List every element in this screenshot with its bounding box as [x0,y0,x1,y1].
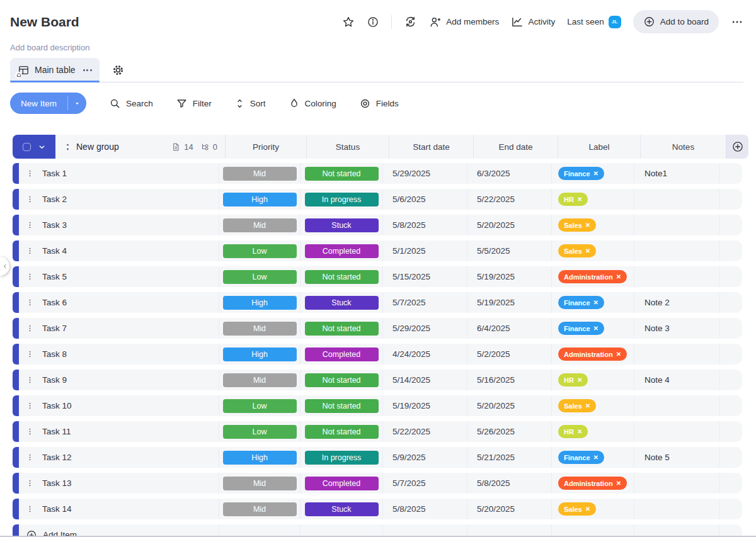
label-cell[interactable]: HR ✕ [551,421,634,442]
column-header-status[interactable]: Status [306,135,389,159]
end-date-cell[interactable]: 6/3/2025 [467,163,551,184]
drag-handle-icon[interactable] [26,220,34,230]
priority-pill[interactable]: Mid [223,373,297,387]
status-pill[interactable]: Not started [305,425,379,439]
start-date-cell[interactable]: 5/29/2025 [382,163,467,184]
label-pill[interactable]: Finance ✕ [558,322,604,335]
start-date-cell[interactable]: 5/7/2025 [382,473,467,494]
label-pill[interactable]: Administration ✕ [558,348,627,361]
priority-cell[interactable]: High [219,447,300,468]
notes-cell[interactable]: Note 3 [634,318,719,339]
add-item-row[interactable]: Add Item [13,524,748,537]
column-header-label[interactable]: Label [558,135,640,159]
avatar[interactable]: JL [609,16,621,28]
status-cell[interactable]: Not started [300,421,382,442]
new-item-split-button[interactable]: New Item [10,93,86,114]
label-pill[interactable]: HR ✕ [558,373,588,387]
search-button[interactable]: Search [109,98,153,110]
priority-pill[interactable]: Low [223,244,297,258]
remove-label-icon[interactable]: ✕ [616,480,621,487]
task-name-cell[interactable]: Task 9 [19,370,219,390]
drag-handle-icon[interactable] [26,168,34,179]
task-name[interactable]: Task 3 [42,220,67,230]
drag-handle-icon[interactable] [26,194,34,205]
start-date-cell[interactable]: 5/22/2025 [382,421,467,442]
task-name-cell[interactable]: Task 1 [19,163,219,184]
drag-handle-icon[interactable] [26,375,34,385]
drag-handle-icon[interactable] [26,504,34,514]
priority-cell[interactable]: Mid [219,499,300,519]
end-date-cell[interactable]: 6/4/2025 [467,318,551,339]
remove-label-icon[interactable]: ✕ [577,428,582,435]
notes-cell[interactable] [634,344,719,365]
priority-pill[interactable]: High [223,193,297,206]
status-pill[interactable]: Not started [305,399,379,413]
task-name-cell[interactable]: Task 3 [19,215,219,235]
status-cell[interactable]: Not started [300,370,382,390]
status-pill[interactable]: Not started [305,322,379,336]
label-cell[interactable]: Sales ✕ [551,395,634,416]
task-name-cell[interactable]: Task 12 [19,447,219,468]
group-name[interactable]: New group [76,142,119,152]
end-date-cell[interactable]: 5/20/2025 [467,395,551,416]
priority-pill[interactable]: High [223,296,297,310]
end-date-cell[interactable]: 5/16/2025 [467,370,551,390]
select-all-checkbox[interactable] [23,143,31,151]
drag-handle-icon[interactable] [26,246,34,256]
label-cell[interactable]: Administration ✕ [551,473,634,494]
board-info-button[interactable] [367,16,379,28]
label-cell[interactable]: Sales ✕ [551,240,634,261]
board-menu-button[interactable] [731,16,743,28]
priority-cell[interactable]: Mid [219,318,300,339]
column-header-end-date[interactable]: End date [473,135,558,159]
start-date-cell[interactable]: 5/1/2025 [382,240,467,261]
priority-cell[interactable]: Mid [219,163,300,184]
status-cell[interactable]: Completed [300,473,382,494]
sync-button[interactable] [404,15,417,28]
priority-pill[interactable]: Mid [223,477,297,490]
notes-cell[interactable] [634,215,719,235]
notes-cell[interactable]: Note1 [634,163,719,184]
column-header-notes[interactable]: Notes [640,135,726,159]
label-cell[interactable]: Sales ✕ [551,215,634,235]
status-cell[interactable]: Stuck [300,292,382,313]
priority-pill[interactable]: Low [223,270,297,284]
priority-pill[interactable]: Mid [223,218,297,232]
label-cell[interactable]: Finance ✕ [551,447,634,468]
remove-label-icon[interactable]: ✕ [577,376,582,383]
status-pill[interactable]: Not started [305,167,379,181]
task-name-cell[interactable]: Task 2 [19,189,219,210]
priority-cell[interactable]: High [219,292,300,313]
notes-cell[interactable]: Note 2 [634,292,719,313]
start-date-cell[interactable]: 5/8/2025 [382,499,467,519]
label-pill[interactable]: Sales ✕ [558,502,596,516]
tab-menu-icon[interactable] [83,69,92,71]
drag-handle-icon[interactable] [26,400,34,411]
priority-pill[interactable]: High [223,348,297,361]
notes-cell[interactable] [634,189,719,210]
remove-label-icon[interactable]: ✕ [585,402,590,409]
end-date-cell[interactable]: 5/20/2025 [467,215,551,235]
status-cell[interactable]: Stuck [300,499,382,519]
drag-handle-icon[interactable] [26,297,34,308]
start-date-cell[interactable]: 5/9/2025 [382,447,467,468]
start-date-cell[interactable]: 5/8/2025 [382,215,467,235]
board-description[interactable]: Add board description [10,43,743,52]
activity-button[interactable]: Activity [511,16,555,28]
add-to-board-button[interactable]: Add to board [633,10,719,33]
priority-cell[interactable]: Mid [219,370,300,390]
expand-collapse-icon[interactable] [64,143,72,151]
new-item-dropdown-button[interactable] [68,93,86,114]
priority-cell[interactable]: Low [219,421,300,442]
task-name[interactable]: Task 6 [42,298,67,307]
status-cell[interactable]: Not started [300,395,382,416]
end-date-cell[interactable]: 5/20/2025 [467,499,551,519]
status-cell[interactable]: Stuck [300,215,382,235]
remove-label-icon[interactable]: ✕ [585,506,590,512]
start-date-cell[interactable]: 4/24/2025 [382,344,467,365]
task-name-cell[interactable]: Task 4 [19,240,219,261]
label-cell[interactable]: Administration ✕ [551,344,634,365]
label-pill[interactable]: Finance ✕ [558,167,604,180]
task-name[interactable]: Task 9 [42,375,67,385]
remove-label-icon[interactable]: ✕ [577,196,582,203]
